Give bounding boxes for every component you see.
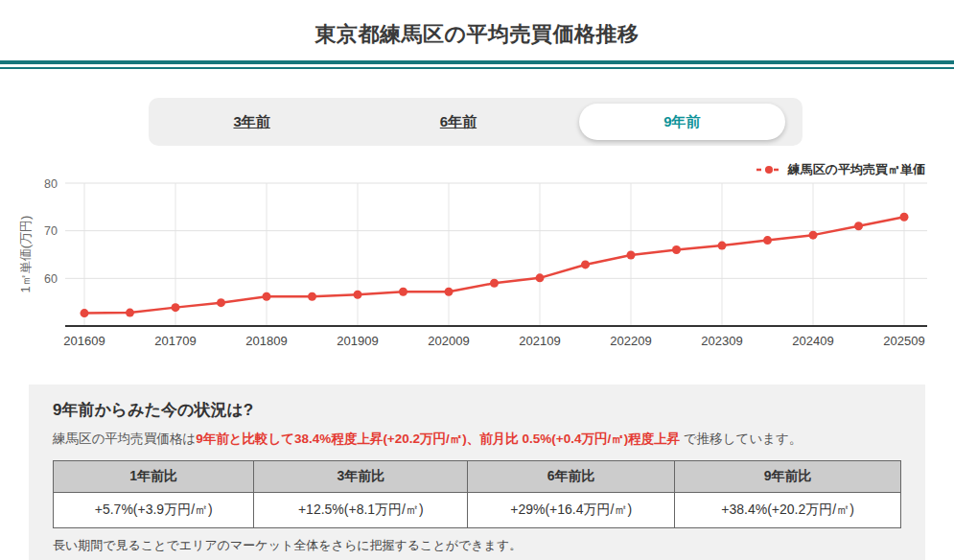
data-point[interactable] xyxy=(581,260,590,268)
x-tick-label: 202109 xyxy=(519,334,560,348)
data-point[interactable] xyxy=(81,309,89,317)
data-point[interactable] xyxy=(854,222,863,230)
y-tick-label: 80 xyxy=(44,179,58,191)
data-point[interactable] xyxy=(354,291,362,299)
data-point[interactable] xyxy=(490,279,499,288)
header-6yr: 6年前比 xyxy=(468,461,675,493)
header-divider xyxy=(0,60,954,69)
x-tick-label: 202009 xyxy=(428,334,469,348)
data-point[interactable] xyxy=(263,292,271,301)
x-tick-label: 202309 xyxy=(701,334,742,348)
x-tick-label: 201709 xyxy=(154,334,196,348)
data-point[interactable] xyxy=(399,288,407,296)
summary-footnote: 長い期間で見ることでエリアのマーケット全体をさらに把握することができます。 xyxy=(53,537,901,554)
comparison-table-header-row: 1年前比 3年前比 6年前比 9年前比 xyxy=(54,461,901,493)
legend-marker-icon xyxy=(756,165,781,175)
header-3yr: 3年前比 xyxy=(254,461,468,493)
header-1yr: 1年前比 xyxy=(54,461,254,493)
price-line xyxy=(84,217,904,313)
tab-6-years-ago[interactable]: 6年前 xyxy=(355,98,561,146)
data-point[interactable] xyxy=(126,309,134,317)
header-divider-thin-line xyxy=(0,67,954,69)
summary-lead-suffix: で推移しています。 xyxy=(680,432,802,446)
data-point[interactable] xyxy=(672,245,681,254)
data-point[interactable] xyxy=(763,236,772,245)
y-tick-label: 70 xyxy=(44,224,58,238)
page-title: 東京都練馬区の平均売買価格推移 xyxy=(0,0,954,49)
summary-lead-highlight: 9年前と比較して38.4%程度上昇(+20.2万円/㎡)、前月比 0.5%(+0… xyxy=(196,432,680,446)
data-point[interactable] xyxy=(217,298,225,307)
header-divider-thick-line xyxy=(0,60,954,64)
price-trend-line-chart: 2016092017092018092019092020092021092022… xyxy=(0,179,954,358)
x-tick-label: 202509 xyxy=(883,334,924,348)
value-3yr: +12.5%(+8.1万円/㎡) xyxy=(254,493,468,528)
x-tick-label: 201909 xyxy=(337,334,378,348)
value-1yr: +5.7%(+3.9万円/㎡) xyxy=(54,493,254,528)
legend-label: 練馬区の平均売買㎡単価 xyxy=(788,161,925,178)
tab-9-years-ago-label: 9年前 xyxy=(663,113,700,131)
tab-6-years-ago-label: 6年前 xyxy=(440,113,477,131)
header-9yr: 9年前比 xyxy=(675,461,901,493)
period-tab-bar: 3年前 6年前 9年前 xyxy=(149,98,803,146)
value-9yr: +38.4%(+20.2万円/㎡) xyxy=(675,493,901,528)
y-tick-label: 60 xyxy=(44,272,58,286)
x-tick-label: 202409 xyxy=(792,334,833,348)
value-6yr: +29%(+16.4万円/㎡) xyxy=(468,493,675,528)
x-tick-label: 201609 xyxy=(63,334,105,348)
x-tick-label: 201809 xyxy=(245,334,287,348)
data-point[interactable] xyxy=(172,303,180,312)
data-point[interactable] xyxy=(809,231,818,240)
tab-3-years-ago-label: 3年前 xyxy=(233,113,269,131)
tab-9-years-ago[interactable]: 9年前 xyxy=(579,104,785,140)
data-point[interactable] xyxy=(445,288,454,296)
summary-lead-prefix: 練馬区の平均売買価格は xyxy=(53,432,196,446)
summary-lead: 練馬区の平均売買価格は9年前と比較して38.4%程度上昇(+20.2万円/㎡)、… xyxy=(53,431,901,448)
summary-panel: 9年前からみた今の状況は? 練馬区の平均売買価格は9年前と比較して38.4%程度… xyxy=(29,385,925,560)
tab-3-years-ago[interactable]: 3年前 xyxy=(149,98,355,146)
comparison-table-value-row: +5.7%(+3.9万円/㎡) +12.5%(+8.1万円/㎡) +29%(+1… xyxy=(54,493,901,528)
data-point[interactable] xyxy=(900,213,909,222)
summary-heading: 9年前からみた今の状況は? xyxy=(53,399,901,421)
data-point[interactable] xyxy=(308,292,316,301)
comparison-table: 1年前比 3年前比 6年前比 9年前比 +5.7%(+3.9万円/㎡) +12.… xyxy=(53,460,901,528)
data-point[interactable] xyxy=(627,250,636,259)
data-point[interactable] xyxy=(536,273,545,282)
chart-legend[interactable]: 練馬区の平均売買㎡単価 xyxy=(0,162,954,177)
x-tick-label: 202209 xyxy=(610,334,651,348)
data-point[interactable] xyxy=(718,242,727,250)
y-axis-title: 1㎡単価(万円) xyxy=(18,216,33,293)
